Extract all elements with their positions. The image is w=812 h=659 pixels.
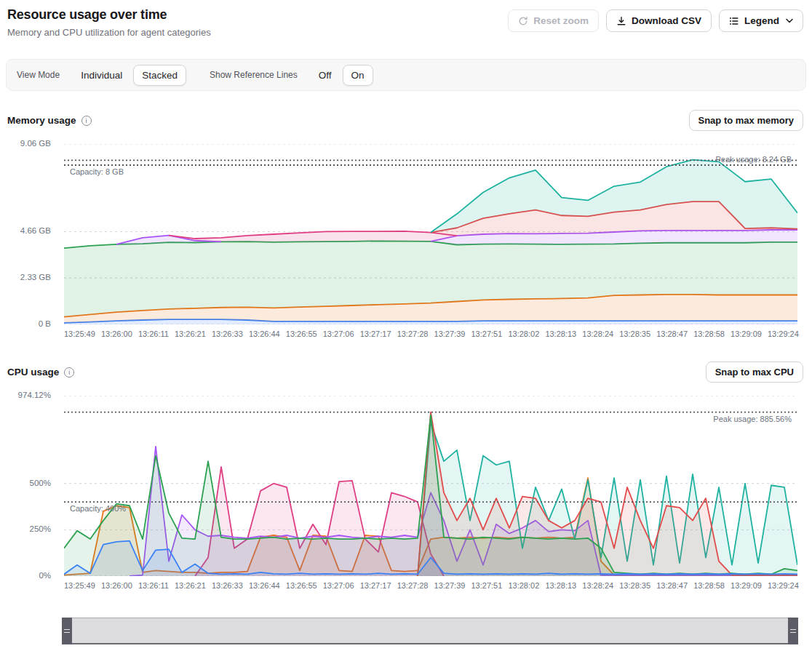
x-tick-label: 13:28:02: [508, 581, 539, 590]
reference-line-label: Peak usage: 885.56%: [713, 415, 792, 423]
x-tick-label: 13:27:51: [471, 330, 503, 338]
memory-chart-body: 0 B2.33 GB4.66 GB9.06 GB Capacity: 8 GBP…: [0, 144, 812, 324]
x-tick-label: 13:29:24: [768, 581, 799, 590]
view-mode-individual-option[interactable]: Individual: [73, 65, 130, 85]
view-mode-stacked-option[interactable]: Stacked: [133, 65, 186, 86]
memory-chart-title: Memory usage: [7, 115, 76, 126]
view-mode-label: View Mode: [17, 70, 60, 80]
brush-right-handle[interactable]: [788, 618, 798, 644]
reset-zoom-button[interactable]: Reset zoom: [508, 9, 599, 32]
reference-lines-off-option[interactable]: Off: [311, 65, 340, 85]
x-tick-label: 13:26:44: [249, 581, 280, 590]
y-tick-label: 974.12%: [18, 391, 51, 399]
download-csv-label: Download CSV: [632, 15, 701, 26]
memory-x-axis: 13:25:4913:26:0013:26:1113:26:2113:26:33…: [64, 330, 799, 338]
chevron-down-icon: [786, 18, 793, 23]
info-icon[interactable]: i: [64, 367, 74, 378]
x-tick-label: 13:26:55: [286, 330, 317, 338]
x-tick-label: 13:27:28: [397, 581, 429, 590]
y-tick-label: 250%: [30, 524, 51, 533]
x-tick-label: 13:26:33: [212, 581, 243, 590]
x-tick-label: 13:28:35: [619, 330, 650, 338]
x-tick-label: 13:29:09: [731, 330, 762, 338]
x-tick-label: 13:28:13: [545, 330, 576, 338]
x-tick-label: 13:26:21: [175, 581, 206, 590]
y-tick-label: 9.06 GB: [20, 139, 51, 148]
x-tick-label: 13:28:58: [693, 330, 725, 338]
memory-plot-area[interactable]: Capacity: 8 GBPeak usage: 8.24 GB: [64, 144, 797, 324]
x-tick-label: 13:27:06: [323, 581, 354, 590]
x-tick-label: 13:28:02: [508, 330, 539, 338]
legend-label: Legend: [744, 15, 779, 26]
reset-zoom-label: Reset zoom: [533, 15, 589, 26]
cpu-x-axis: 13:25:4913:26:0013:26:1113:26:2113:26:33…: [64, 581, 799, 590]
x-tick-label: 13:26:00: [101, 581, 132, 590]
refresh-icon: [518, 16, 528, 26]
memory-chart-header: Memory usage i Snap to max memory: [0, 109, 812, 132]
download-icon: [616, 16, 626, 26]
x-tick-label: 13:25:49: [64, 581, 95, 590]
y-tick-label: 4.66 GB: [20, 226, 51, 235]
y-tick-label: 2.33 GB: [20, 273, 51, 281]
x-tick-label: 13:26:55: [286, 581, 317, 590]
x-tick-label: 13:27:17: [360, 581, 391, 590]
x-tick-label: 13:25:49: [64, 330, 95, 338]
cpu-chart-svg: [64, 396, 797, 576]
snap-to-max-memory-button[interactable]: Snap to max memory: [689, 110, 804, 131]
x-tick-label: 13:28:24: [582, 330, 613, 338]
x-tick-label: 13:27:17: [360, 330, 391, 338]
view-controls-bar: View Mode Individual Stacked Show Refere…: [6, 59, 806, 91]
show-reference-lines-label: Show Reference Lines: [210, 70, 298, 80]
cpu-chart-body: 0%250%500%974.12% Peak usage: 885.56%Cap…: [0, 396, 812, 576]
x-tick-label: 13:26:00: [101, 330, 132, 338]
memory-chart-svg: [64, 144, 797, 324]
cpu-plot-area[interactable]: Peak usage: 885.56%Capacity: 400%: [64, 396, 797, 576]
grip-icon: [790, 629, 796, 633]
brush-left-handle[interactable]: [62, 618, 72, 644]
download-csv-button[interactable]: Download CSV: [606, 9, 712, 32]
x-tick-label: 13:27:06: [323, 330, 354, 338]
legend-button[interactable]: Legend: [719, 9, 803, 32]
list-icon: [729, 16, 739, 26]
y-tick-label: 0%: [39, 571, 51, 580]
memory-y-axis: 0 B2.33 GB4.66 GB9.06 GB: [0, 144, 58, 324]
x-tick-label: 13:27:51: [471, 581, 503, 590]
cpu-chart-section: CPU usage i Snap to max CPU 0%250%500%97…: [0, 361, 812, 590]
x-tick-label: 13:28:35: [619, 581, 650, 590]
page-header: Resource usage over time Memory and CPU …: [0, 0, 812, 38]
cpu-chart-header: CPU usage i Snap to max CPU: [0, 361, 812, 383]
x-tick-label: 13:26:11: [138, 330, 169, 338]
x-tick-label: 13:27:39: [434, 581, 466, 590]
memory-chart-section: Memory usage i Snap to max memory 0 B2.3…: [0, 109, 812, 338]
time-range-brush[interactable]: [62, 618, 798, 644]
snap-to-max-cpu-button[interactable]: Snap to max CPU: [706, 362, 803, 383]
toolbar: Reset zoom Download CSV Legend: [508, 9, 803, 32]
info-icon[interactable]: i: [81, 116, 92, 126]
x-tick-label: 13:26:44: [249, 330, 280, 338]
x-tick-label: 13:29:09: [731, 581, 762, 590]
x-tick-label: 13:26:11: [138, 581, 169, 590]
x-tick-label: 13:28:58: [693, 581, 725, 590]
grip-icon: [64, 629, 70, 633]
reference-line-label: Capacity: 8 GB: [70, 167, 124, 176]
y-tick-label: 500%: [30, 479, 51, 487]
x-tick-label: 13:27:39: [434, 330, 466, 338]
reference-lines-on-option[interactable]: On: [343, 65, 373, 86]
cpu-y-axis: 0%250%500%974.12%: [0, 396, 58, 576]
reference-line-label: Capacity: 400%: [70, 504, 126, 513]
cpu-chart-title: CPU usage: [7, 367, 59, 378]
x-tick-label: 13:29:24: [768, 330, 799, 338]
x-tick-label: 13:28:13: [545, 581, 576, 590]
x-tick-label: 13:28:24: [582, 581, 613, 590]
reference-line-label: Peak usage: 8.24 GB: [715, 155, 792, 164]
x-tick-label: 13:26:33: [212, 330, 243, 338]
x-tick-label: 13:27:28: [397, 330, 429, 338]
x-tick-label: 13:28:47: [656, 330, 688, 338]
y-tick-label: 0 B: [39, 319, 51, 328]
x-tick-label: 13:28:47: [656, 581, 688, 590]
x-tick-label: 13:26:21: [175, 330, 206, 338]
